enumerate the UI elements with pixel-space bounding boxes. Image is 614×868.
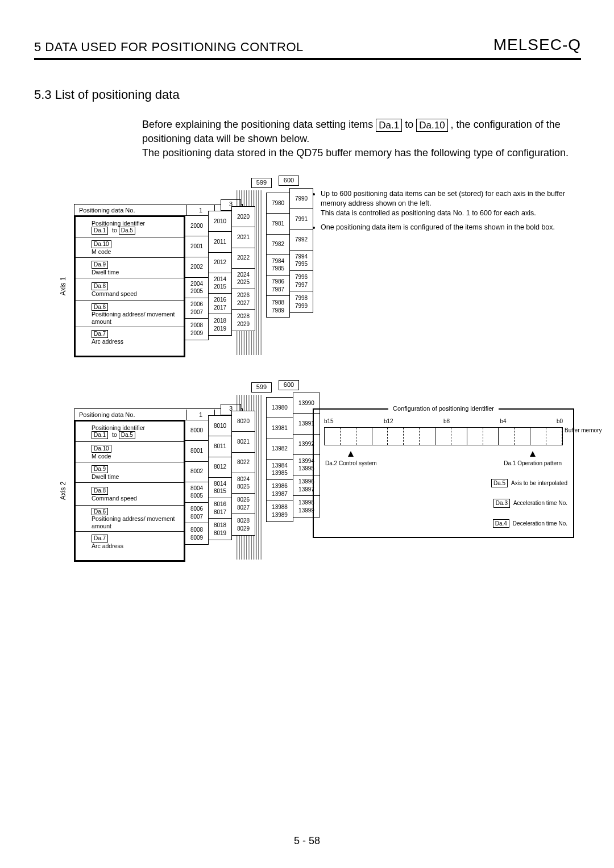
addr-cell: 8002 [185,462,208,482]
addr-cell: 13982 [267,439,293,460]
addr-cell: 2022 [232,248,255,269]
addr-cell: 2021 [232,227,255,248]
axis1-table: Axis 1 Positioning identifierDa.1 to Da.… [74,215,185,357]
addr-cell: 1398413985 [267,460,293,480]
diagram-axis1: Positioning data No. 1 2 3 599 600 Axis … [74,176,581,369]
bullet-2: One positioning data item is configured … [321,223,586,232]
page-number: 5 - 58 [294,834,320,848]
addr-cell: 2012 [209,253,231,273]
axis1-col600: 799079917992799479957996799779987999 [289,188,313,313]
row-mcode: Da.10M code [76,442,184,462]
row-arc: Da.7Arc address [76,327,184,348]
addr-cell: 2002 [185,257,208,278]
addr-cell: 20082009 [185,319,208,339]
addr-cell: 79987999 [290,291,313,312]
addr-cell: 7981 [267,214,289,234]
row-arc: Da.7Arc address [76,532,184,552]
axis2-col599: 1398013981139821398413985139861398713988… [266,397,293,522]
axis2-col3: 802080218022802480258026802780288029 [231,411,255,536]
addr-cell: 1398613987 [267,480,293,500]
addr-cell: 80168017 [209,498,231,519]
page: 5 DATA USED FOR POSITIONING CONTROL MELS… [0,0,614,868]
cfg-da2: Da.2 Control system [325,451,377,468]
posno-600: 600 [279,176,299,186]
addr-cell: 2010 [209,211,231,232]
addr-cell: 80148015 [209,478,231,498]
cfg-da3: Da.3Acceleration time No. [493,499,567,508]
addr-cell: 2020 [232,207,255,227]
posno-label: Positioning data No. [74,410,187,420]
cfg-da4: Da.4Deceleration time No. [493,519,567,528]
chapter-title: 5 DATA USED FOR POSITIONING CONTROL [34,39,304,56]
diagram-axis2: Positioning data No. 1 2 3 599 600 Axis … [74,380,581,573]
addr-cell: 20042005 [185,278,208,298]
posno-label: Positioning data No. [74,205,187,216]
addr-cell: 80048005 [185,482,208,503]
addr-cell: 7982 [267,235,289,255]
posno-599: 599 [251,382,272,393]
addr-cell: 20282029 [232,310,255,330]
addr-cell: 8020 [232,411,255,432]
intro-text: The positioning data stored in the QD75 … [142,147,569,158]
page-header: 5 DATA USED FOR POSITIONING CONTROL MELS… [34,34,581,60]
addr-cell: 20262027 [232,289,255,310]
addr-cell: 80248025 [232,473,255,494]
addr-cell: 80268027 [232,494,255,514]
axis1-col3: 202020212022202420252026202720282029 [231,206,255,331]
da-box: Da.1 [376,119,402,132]
axis1-col2: 201020112012201420152016201720182019 [208,211,232,336]
bit-labels: b15b12b8b4b0 [324,418,563,425]
addr-cell: 8022 [232,453,255,473]
axis2-col2: 801080118012801480158016801780188019 [208,415,232,540]
addr-cell: 13981 [267,418,293,439]
bullets: Up to 600 positioning data items can be … [313,189,586,237]
addr-cell: 8021 [232,432,255,452]
addr-cell: 1398813989 [267,500,293,521]
config-box: Configuration of positioning identifier … [313,408,574,539]
axis2-label: Axis 2 [59,482,68,500]
axis2-col1: 800080018002800480058006800780088009 [185,420,209,545]
posno-599: 599 [251,178,272,188]
intro-text: Before explaining the positioning data s… [142,119,376,130]
addr-cell: 8001 [185,441,208,461]
row-pos-id: Positioning identifierDa.1 to Da.5 [76,422,184,442]
addr-cell: 79887989 [267,296,289,316]
bit-word: Buffer memory [324,427,563,445]
addr-cell: 8011 [209,436,231,457]
row-pos-id: Positioning identifierDa.1 to Da.5 [76,217,184,237]
axis1-label: Axis 1 [59,277,68,296]
addr-cell: 2000 [185,216,208,236]
addr-cell: 2011 [209,232,231,252]
addr-cell: 20162017 [209,294,231,314]
addr-cell: 80188019 [209,519,231,539]
buffer-memory-label: Buffer memory [565,427,601,435]
config-title: Configuration of positioning identifier [388,404,499,413]
intro-paragraph: Before explaining the positioning data s… [142,118,581,159]
addr-cell: 13980 [267,398,293,418]
cfg-da5: Da.5Axis to be interpolated [491,479,567,488]
addr-cell: 8010 [209,416,231,436]
addr-cell: 2001 [185,236,208,257]
addr-cell: 79967997 [290,271,313,291]
addr-cell: 7992 [290,230,313,251]
addr-cell: 80088009 [185,523,208,544]
row-posaddr: Da.6Positioning address/ movement amount [76,301,184,327]
axis1-col599: 798079817982798479857986798779887989 [266,193,290,318]
row-mcode: Da.10M code [76,237,184,258]
addr-cell: 79847985 [267,255,289,276]
section-title: 5.3 List of positioning data [34,86,581,103]
axis1-col1: 200020012002200420052006200720082009 [185,215,209,340]
addr-cell: 80288029 [232,514,255,535]
row-cmdspeed: Da.8Command speed [76,483,184,506]
bullet-1: Up to 600 positioning data items can be … [321,189,586,218]
addr-cell: 20062007 [185,298,208,319]
row-dwell: Da.9Dwell time [76,462,184,483]
row-posaddr: Da.6Positioning address/ movement amount [76,506,184,532]
row-cmdspeed: Da.8Command speed [76,278,184,301]
posno-600: 600 [279,380,299,390]
row-dwell: Da.9Dwell time [76,258,184,278]
addr-cell: 79867987 [267,276,289,296]
section-heading: List of positioning data [55,87,180,102]
addr-cell: 7980 [267,193,289,214]
addr-cell: 79947995 [290,251,313,271]
